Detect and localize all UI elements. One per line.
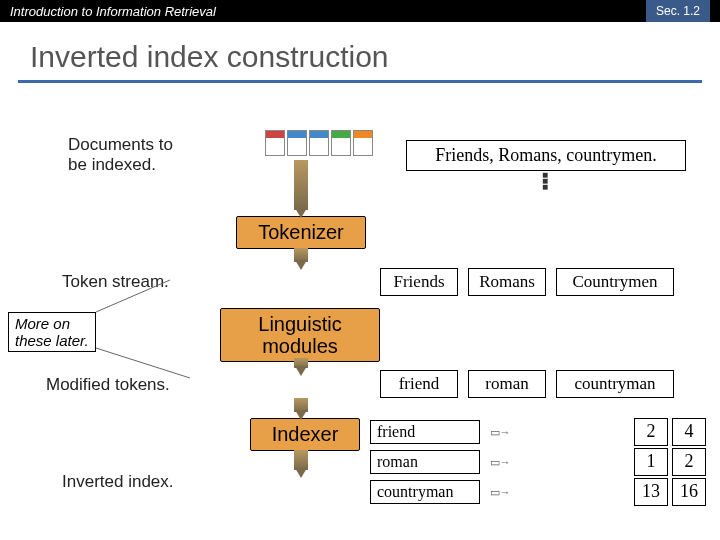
token-stream-row: Friends Romans Countrymen <box>380 268 674 296</box>
doc-icon <box>309 130 329 156</box>
token-box: countryman <box>556 370 674 398</box>
posting-box: 4 <box>672 418 706 446</box>
process-indexer: Indexer <box>250 418 360 451</box>
posting-box: 2 <box>672 448 706 476</box>
document-icons <box>265 130 373 156</box>
arrow-down-icon <box>295 366 307 376</box>
process-tokenizer: Tokenizer <box>236 216 366 249</box>
svg-line-1 <box>96 348 190 378</box>
posting-box: 13 <box>634 478 668 506</box>
token-box: Countrymen <box>556 268 674 296</box>
stage-modified-tokens: Modified tokens. <box>46 375 170 395</box>
document-text-box: Friends, Romans, countrymen. <box>406 140 686 171</box>
token-box: Romans <box>468 268 546 296</box>
arrow-down-icon <box>295 208 307 218</box>
index-row: roman ▭→ 1 2 <box>370 448 706 476</box>
index-term: roman <box>370 450 480 474</box>
token-box: roman <box>468 370 546 398</box>
stage-documents: Documents to be indexed. <box>68 135 173 175</box>
slide-title: Inverted index construction <box>0 22 720 80</box>
section-badge: Sec. 1.2 <box>646 0 710 22</box>
posting-box: 2 <box>634 418 668 446</box>
token-box: Friends <box>380 268 458 296</box>
index-arrow-icon: ▭→ <box>480 426 520 439</box>
vertical-dots: ■■■ <box>542 172 548 190</box>
posting-box: 16 <box>672 478 706 506</box>
index-row: friend ▭→ 2 4 <box>370 418 706 446</box>
course-name: Introduction to Information Retrieval <box>10 4 216 19</box>
title-underline <box>18 80 702 83</box>
modified-tokens-row: friend roman countryman <box>380 370 674 398</box>
stage-inverted-index: Inverted index. <box>62 472 174 492</box>
slide-header: Introduction to Information Retrieval Se… <box>0 0 720 22</box>
arrow-stem <box>294 450 308 470</box>
index-arrow-icon: ▭→ <box>480 486 520 499</box>
doc-icon <box>265 130 285 156</box>
index-term: countryman <box>370 480 480 504</box>
token-box: friend <box>380 370 458 398</box>
note-more-later: More on these later. <box>8 312 96 352</box>
index-row: countryman ▭→ 13 16 <box>370 478 706 506</box>
inverted-index-table: friend ▭→ 2 4 roman ▭→ 1 2 countryman ▭→… <box>370 418 706 508</box>
arrow-stem <box>294 160 308 210</box>
arrow-down-icon <box>295 468 307 478</box>
doc-icon <box>331 130 351 156</box>
process-linguistic: Linguistic modules <box>220 308 380 362</box>
posting-box: 1 <box>634 448 668 476</box>
arrow-down-icon <box>295 260 307 270</box>
index-arrow-icon: ▭→ <box>480 456 520 469</box>
arrow-down-icon <box>295 410 307 420</box>
doc-icon <box>353 130 373 156</box>
stage-token-stream: Token stream. <box>62 272 169 292</box>
index-term: friend <box>370 420 480 444</box>
doc-icon <box>287 130 307 156</box>
